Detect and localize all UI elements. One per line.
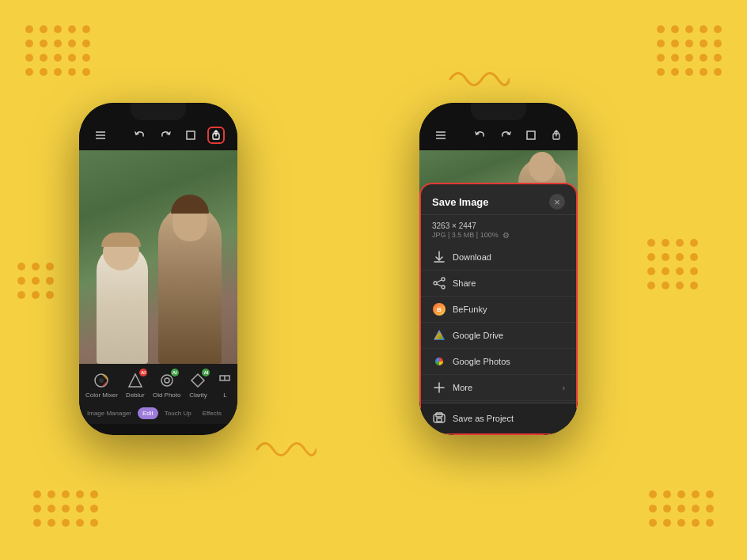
dialog-title: Save Image [432, 196, 489, 208]
gdrive-label: Google Drive [453, 331, 565, 340]
save-menu: Download Share B BeFunky [421, 243, 576, 403]
clarity-badge: AI [202, 369, 210, 376]
squiggle-decoration [446, 63, 510, 95]
befunky-label: BeFunky [453, 305, 565, 314]
redo-button-right[interactable] [497, 127, 514, 144]
svg-rect-13 [527, 131, 535, 139]
more-icon [432, 380, 446, 395]
nav-tabs-left: Image Manager Edit Touch Up Effects [79, 404, 237, 424]
svg-point-18 [442, 286, 445, 289]
image-info: JPG | 3.5 MB | 100% ⚙ [432, 230, 565, 240]
download-menu-item[interactable]: Download [421, 244, 576, 271]
topbar-actions-right [472, 127, 565, 144]
share-button-right[interactable] [548, 127, 565, 144]
tool-more[interactable]: L [212, 369, 237, 401]
save-dialog: Save Image × 3263 × 2447 JPG | 3.5 MB | … [419, 183, 578, 435]
deblur-label: Deblur [126, 392, 145, 399]
more-tools-icon [215, 371, 234, 390]
download-icon [432, 250, 446, 264]
undo-button-left[interactable] [131, 127, 149, 144]
svg-line-19 [437, 280, 442, 282]
gdrive-menu-item[interactable]: Google Drive [421, 323, 576, 349]
more-tools-label: L [223, 392, 226, 399]
tool-deblur[interactable]: AI Deblur [123, 369, 148, 401]
share-label: Share [453, 278, 565, 288]
tool-clarity[interactable]: AI Clarity [185, 369, 210, 401]
old-photo-badge: AI [171, 369, 179, 376]
tab-touch-up[interactable]: Touch Up [160, 407, 196, 419]
svg-marker-7 [129, 374, 142, 387]
crop-button-right[interactable] [522, 127, 540, 144]
right-phone: Save Image × 3263 × 2447 JPG | 3.5 MB | … [419, 103, 578, 435]
photo-display-left [79, 150, 237, 364]
tab-edit[interactable]: Edit [138, 407, 158, 419]
svg-point-17 [434, 282, 437, 285]
gphotos-label: Google Photos [453, 357, 565, 366]
settings-icon[interactable]: ⚙ [502, 230, 511, 240]
gphotos-menu-item[interactable]: Google Photos [421, 349, 576, 375]
tool-old-photo[interactable]: AI Old Photo [150, 369, 184, 401]
svg-point-6 [99, 378, 104, 383]
tab-effects[interactable]: Effects [198, 407, 226, 419]
download-label: Download [453, 252, 565, 262]
clarity-icon: AI [188, 371, 207, 390]
clarity-label: Clarity [189, 392, 207, 399]
share-button-left[interactable] [207, 127, 225, 144]
gphotos-icon [432, 354, 446, 369]
left-phone: Color Mixer AI Deblur AI Old Photo [79, 103, 237, 435]
old-photo-label: Old Photo [153, 392, 181, 399]
svg-rect-27 [437, 418, 442, 422]
more-menu-item[interactable]: More › [421, 375, 576, 401]
save-project-button[interactable]: Save as Project [421, 403, 576, 433]
svg-point-9 [165, 378, 169, 383]
squiggle-decoration-2 [253, 433, 317, 465]
more-chevron-icon: › [563, 384, 565, 392]
share-icon [432, 276, 446, 290]
dialog-header: Save Image × [421, 184, 576, 215]
phone-notch-right [471, 103, 526, 120]
crop-button-left[interactable] [182, 127, 199, 144]
share-menu-item[interactable]: Share [421, 271, 576, 297]
menu-icon-left[interactable] [92, 127, 109, 144]
topbar-actions-left [131, 127, 225, 144]
color-mixer-label: Color Mixer [85, 392, 118, 399]
left-phone-screen: Color Mixer AI Deblur AI Old Photo [79, 103, 237, 435]
svg-point-16 [442, 278, 445, 281]
right-phone-screen: Save Image × 3263 × 2447 JPG | 3.5 MB | … [419, 103, 578, 435]
bottom-toolbar-left: Color Mixer AI Deblur AI Old Photo [79, 364, 237, 404]
deblur-badge: AI [139, 369, 147, 376]
dialog-meta: 3263 × 2447 JPG | 3.5 MB | 100% ⚙ [421, 215, 576, 243]
svg-line-20 [437, 284, 442, 286]
svg-marker-22 [434, 331, 444, 339]
gdrive-icon [432, 328, 446, 342]
svg-point-8 [161, 375, 173, 386]
tool-items-list: Color Mixer AI Deblur AI Old Photo [82, 369, 234, 401]
undo-button-right[interactable] [472, 127, 489, 144]
save-project-label: Save as Project [453, 414, 565, 423]
menu-icon-right[interactable] [432, 127, 449, 144]
befunky-icon: B [432, 302, 446, 316]
befunky-menu-item[interactable]: B BeFunky [421, 297, 576, 323]
save-project-icon [432, 411, 446, 426]
dialog-close-button[interactable]: × [549, 194, 565, 210]
dialog-footer: Save as Project [421, 403, 576, 433]
tab-image-manager[interactable]: Image Manager [82, 407, 136, 419]
tool-color-mixer[interactable]: Color Mixer [82, 369, 121, 401]
phone-notch-left [131, 103, 186, 120]
redo-button-left[interactable] [157, 127, 174, 144]
color-mixer-icon [92, 371, 111, 390]
more-label: More [453, 383, 556, 392]
deblur-icon: AI [126, 371, 145, 390]
image-dimensions: 3263 × 2447 [432, 221, 565, 230]
svg-rect-3 [187, 131, 195, 139]
old-photo-icon: AI [157, 371, 176, 390]
